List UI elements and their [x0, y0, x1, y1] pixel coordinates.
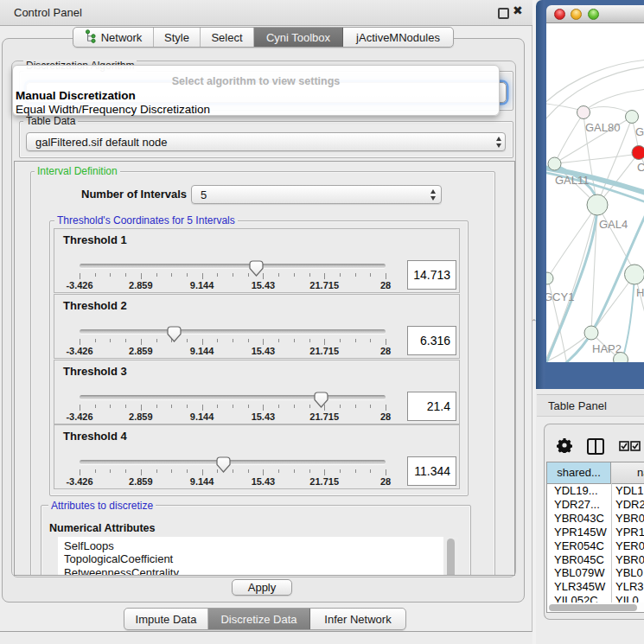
- tab-impute-data[interactable]: Impute Data: [124, 609, 208, 629]
- tab-network[interactable]: Network: [73, 28, 154, 47]
- network-window-titlebar[interactable]: [546, 5, 644, 23]
- attributes-list-scrollbar[interactable]: [443, 537, 458, 575]
- network-edge[interactable]: [546, 103, 583, 111]
- node[interactable]: [626, 111, 639, 124]
- float-window-icon[interactable]: [498, 8, 509, 19]
- table-cell[interactable]: YBR043C: [554, 512, 604, 526]
- GAL80-node[interactable]: [577, 106, 590, 119]
- slider-thumb[interactable]: [167, 326, 182, 342]
- traffic-minimize-icon[interactable]: [571, 9, 582, 20]
- slider-ticks: [80, 469, 386, 476]
- network-edge[interactable]: [548, 205, 597, 277]
- table-row[interactable]: YBR043CYBR0: [547, 512, 644, 526]
- gear-icon[interactable]: [557, 437, 572, 456]
- table-horizontal-scrollbar-thumb[interactable]: [549, 604, 637, 611]
- network-edge[interactable]: [546, 60, 644, 108]
- node[interactable]: [625, 265, 644, 284]
- control-panel-titlebar[interactable]: Control Panel ✖: [0, 0, 532, 26]
- tab-infer-network[interactable]: Infer Network: [310, 609, 405, 629]
- slider-tick: [80, 469, 80, 475]
- traffic-close-icon[interactable]: [554, 9, 565, 20]
- HAP2-node[interactable]: [584, 326, 598, 340]
- table-cell[interactable]: YPR145W: [554, 526, 607, 539]
- threshold-value-field[interactable]: 14.713: [407, 260, 456, 290]
- attribute-list-item[interactable]: BetweennessCentrality: [58, 566, 458, 575]
- table-row[interactable]: YBL079WYBL0: [547, 566, 644, 580]
- slider-thumb[interactable]: [314, 392, 328, 408]
- table-row[interactable]: YLR345WYLR3: [547, 580, 644, 594]
- slider-track[interactable]: [80, 460, 386, 464]
- network-edge[interactable]: [597, 205, 633, 269]
- GCY1-node[interactable]: [546, 272, 553, 284]
- network-edge[interactable]: [583, 107, 631, 114]
- table-row[interactable]: YBR045CYBR0: [547, 553, 644, 567]
- table-row[interactable]: YDL19...YDL1: [547, 484, 644, 498]
- table-panel-titlebar[interactable]: Table Panel: [537, 394, 644, 417]
- table-row[interactable]: YER054CYER0: [547, 539, 644, 553]
- network-edge-highlighted[interactable]: [546, 209, 644, 362]
- table-cell[interactable]: YLR3: [615, 580, 644, 594]
- tab-jactivemnodules[interactable]: jActiveMNodules: [343, 28, 453, 47]
- cyni-mode-tab-bar: Impute Data Discretize Data Infer Networ…: [124, 608, 406, 630]
- slider-tick: [125, 273, 126, 277]
- table-cell[interactable]: YBL079W: [554, 566, 605, 580]
- threshold-coordinates-group-title: Threshold's Coordinates for 5 Intervals: [54, 214, 238, 226]
- apply-button[interactable]: Apply: [232, 579, 292, 596]
- table-header-shared-name[interactable]: shared...: [547, 462, 611, 483]
- slider-track[interactable]: [80, 264, 386, 268]
- threshold-value-field[interactable]: 21.4: [407, 392, 456, 421]
- GAL4-node[interactable]: [587, 194, 608, 215]
- table-data-combobox[interactable]: galFiltered.sif default node: [26, 132, 506, 151]
- slider-track[interactable]: [80, 329, 386, 334]
- table-cell[interactable]: YER0: [615, 539, 644, 553]
- tab-discretize-data[interactable]: Discretize Data: [208, 609, 310, 629]
- table-cell[interactable]: YBR045C: [554, 553, 604, 567]
- table-horizontal-scrollbar[interactable]: [547, 603, 644, 612]
- close-icon[interactable]: ✖: [513, 3, 523, 17]
- network-edge[interactable]: [555, 113, 583, 163]
- table-cell[interactable]: YPR1: [615, 526, 644, 539]
- slider-track[interactable]: [80, 395, 386, 399]
- table-cell[interactable]: YDR27...: [554, 498, 600, 512]
- threshold-value-field[interactable]: 6.316: [407, 326, 456, 355]
- slider-tick: [171, 273, 172, 277]
- table-cell[interactable]: YBR0: [615, 512, 644, 526]
- popup-option-equal-width-frequency[interactable]: Equal Width/Frequency Discretization: [16, 103, 210, 116]
- tab-cyni-toolbox[interactable]: Cyni Toolbox: [254, 28, 343, 47]
- checkboxes-icon[interactable]: [619, 439, 641, 455]
- table-cell[interactable]: YDL1: [615, 484, 644, 498]
- table-cell[interactable]: YBR0: [615, 553, 644, 567]
- attributes-list-scrollbar-thumb[interactable]: [447, 539, 455, 575]
- stepper-up-arrow-icon: [496, 137, 501, 141]
- table-cell[interactable]: YDR2: [615, 498, 644, 512]
- table-header-name[interactable]: na: [611, 462, 644, 483]
- tab-select[interactable]: Select: [201, 28, 254, 47]
- table-cell[interactable]: YBL0: [615, 566, 643, 580]
- selected-red-node[interactable]: [632, 146, 644, 160]
- traffic-zoom-icon[interactable]: [588, 9, 599, 20]
- tab-style[interactable]: Style: [154, 28, 201, 47]
- number-of-intervals-combobox[interactable]: 5: [191, 185, 442, 204]
- slider-tick: [278, 339, 279, 342]
- slider-tick: [217, 405, 218, 408]
- numerical-attributes-list[interactable]: SelfLoopsTopologicalCoefficientBetweenne…: [58, 537, 458, 575]
- table-row[interactable]: YDR27...YDR2: [547, 498, 644, 512]
- slider-tick: [355, 273, 356, 277]
- attribute-list-item[interactable]: SelfLoops: [58, 539, 458, 552]
- table-cell[interactable]: YER054C: [554, 539, 604, 553]
- slider-thumb[interactable]: [249, 260, 264, 277]
- node-attribute-table[interactable]: shared... na YDL19...YDL1YDR27...YDR2YBR…: [546, 462, 644, 613]
- GAL11-node[interactable]: [548, 157, 561, 170]
- table-cell[interactable]: YLR345W: [554, 580, 605, 594]
- network-edge[interactable]: [592, 276, 634, 332]
- network-edge-highlighted[interactable]: [622, 275, 634, 360]
- popup-option-manual-discretization[interactable]: Manual Discretization: [16, 89, 136, 102]
- split-columns-icon[interactable]: [587, 438, 604, 455]
- attribute-list-item[interactable]: TopologicalCoefficient: [58, 552, 458, 565]
- threshold-value-field[interactable]: 11.344: [407, 456, 456, 486]
- table-row[interactable]: YPR145WYPR1: [547, 526, 644, 539]
- network-canvas[interactable]: GAL80GACGAL11GAL4GCY1HIHAP2: [546, 23, 644, 362]
- table-cell[interactable]: YDL19...: [554, 484, 598, 498]
- slider-thumb[interactable]: [216, 456, 231, 473]
- splitter-handle-icon[interactable]: ⌃: [531, 318, 537, 326]
